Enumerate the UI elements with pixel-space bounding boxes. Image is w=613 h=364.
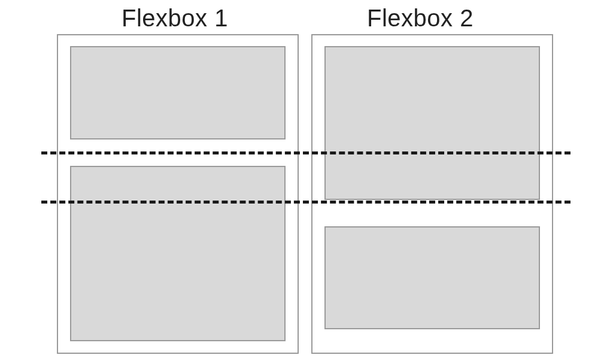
flexbox-1-label: Flexbox 1 — [122, 5, 228, 32]
flexbox-1-item-top — [70, 46, 286, 139]
flexbox-1-item-bottom — [70, 166, 286, 341]
flexbox-2-item-top — [324, 46, 540, 200]
flexbox-2-item-bottom — [324, 226, 540, 329]
flexbox-2-label: Flexbox 2 — [367, 5, 474, 32]
guide-line-lower — [41, 201, 570, 204]
guide-line-upper — [41, 151, 570, 154]
diagram-stage: Flexbox 1 Flexbox 2 — [0, 0, 613, 364]
